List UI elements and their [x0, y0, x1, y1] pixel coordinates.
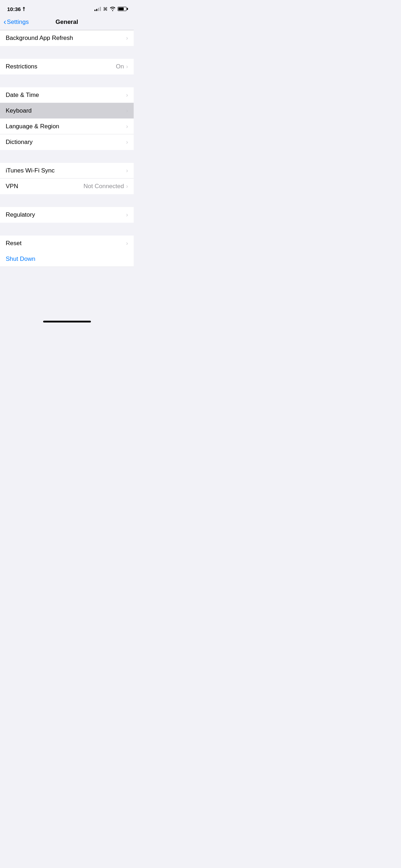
language-region-right: › — [126, 123, 128, 130]
restrictions-item[interactable]: Restrictions On › — [0, 59, 134, 74]
chevron-right-icon: › — [126, 63, 128, 70]
dictionary-right: › — [126, 139, 128, 145]
back-chevron-icon: ‹ — [4, 18, 6, 26]
status-time: 10:36 — [7, 6, 26, 12]
spacer-bottom — [0, 267, 134, 295]
home-indicator — [43, 321, 91, 322]
status-bar: 10:36 ⌘ — [0, 0, 134, 16]
date-time-label: Date & Time — [6, 92, 39, 99]
regulatory-item[interactable]: Regulatory › — [0, 207, 134, 223]
section-reset: Reset › — [0, 236, 134, 251]
background-app-refresh-item[interactable]: Background App Refresh › — [0, 30, 134, 46]
date-time-item[interactable]: Date & Time › — [0, 87, 134, 103]
shut-down-label: Shut Down — [6, 255, 35, 263]
language-region-item[interactable]: Language & Region › — [0, 119, 134, 134]
keyboard-right: › — [126, 108, 128, 114]
section-restrictions: Restrictions On › — [0, 59, 134, 74]
dictionary-item[interactable]: Dictionary › — [0, 134, 134, 150]
itunes-wifi-sync-item[interactable]: iTunes Wi-Fi Sync › — [0, 163, 134, 179]
chevron-right-icon: › — [126, 240, 128, 247]
home-indicator-area — [0, 295, 134, 325]
itunes-wifi-sync-label: iTunes Wi-Fi Sync — [6, 167, 55, 174]
keyboard-item[interactable]: Keyboard › — [0, 103, 134, 119]
language-region-label: Language & Region — [6, 123, 59, 130]
status-icons: ⌘ — [94, 6, 127, 12]
signal-bars-icon — [94, 7, 101, 11]
battery-fill — [118, 7, 124, 10]
dictionary-label: Dictionary — [6, 139, 33, 146]
regulatory-label: Regulatory — [6, 211, 35, 218]
spacer-2 — [0, 74, 134, 87]
spacer-3 — [0, 150, 134, 163]
section-datetime-keyboard: Date & Time › Keyboard › Language & Regi… — [0, 87, 134, 150]
wifi-icon: ⌘ — [103, 6, 108, 12]
time-label: 10:36 — [7, 6, 21, 12]
chevron-right-icon: › — [126, 139, 128, 145]
back-label: Settings — [7, 19, 29, 26]
date-time-right: › — [126, 92, 128, 98]
chevron-right-icon: › — [126, 212, 128, 218]
vpn-item[interactable]: VPN Not Connected › — [0, 179, 134, 194]
chevron-right-icon: › — [126, 92, 128, 98]
vpn-value: Not Connected — [83, 183, 124, 190]
section-itunes-vpn: iTunes Wi-Fi Sync › VPN Not Connected › — [0, 163, 134, 194]
reset-item[interactable]: Reset › — [0, 236, 134, 251]
nav-header: ‹ Settings General — [0, 16, 134, 30]
regulatory-right: › — [126, 212, 128, 218]
chevron-right-icon: › — [126, 183, 128, 190]
chevron-right-icon: › — [126, 108, 128, 114]
keyboard-label: Keyboard — [6, 107, 32, 114]
reset-label: Reset — [6, 240, 21, 247]
restrictions-label: Restrictions — [6, 63, 37, 70]
page-title: General — [56, 19, 78, 26]
spacer-4 — [0, 194, 134, 207]
itunes-wifi-sync-right: › — [126, 167, 128, 174]
chevron-right-icon: › — [126, 167, 128, 174]
settings-list: Background App Refresh › Restrictions On… — [0, 30, 134, 295]
chevron-right-icon: › — [126, 35, 128, 41]
restrictions-right: On › — [116, 63, 128, 70]
spacer-5 — [0, 223, 134, 236]
vpn-right: Not Connected › — [83, 183, 128, 190]
chevron-right-icon: › — [126, 123, 128, 130]
vpn-label: VPN — [6, 183, 18, 190]
location-icon — [22, 7, 26, 11]
restrictions-value: On — [116, 63, 124, 70]
shut-down-item[interactable]: Shut Down — [0, 251, 134, 267]
wifi-icon — [110, 7, 115, 11]
background-app-refresh-right: › — [126, 35, 128, 41]
section-background-app-refresh: Background App Refresh › — [0, 30, 134, 46]
section-regulatory: Regulatory › — [0, 207, 134, 223]
battery-icon — [118, 7, 127, 11]
background-app-refresh-label: Background App Refresh — [6, 35, 73, 42]
reset-right: › — [126, 240, 128, 247]
spacer-1 — [0, 46, 134, 59]
back-button[interactable]: ‹ Settings — [4, 19, 29, 26]
